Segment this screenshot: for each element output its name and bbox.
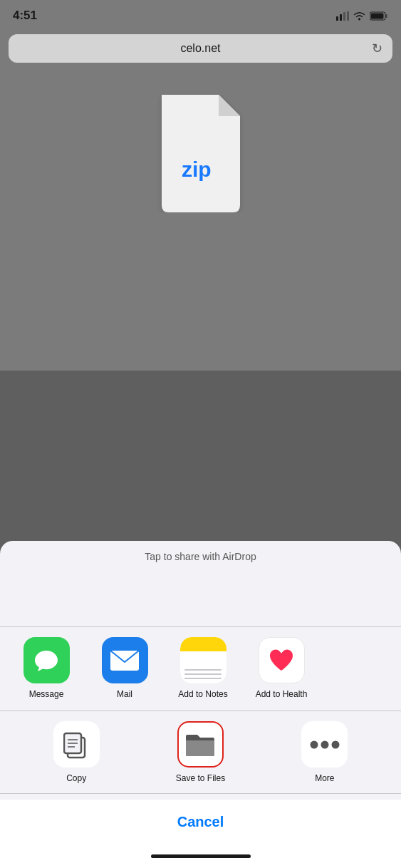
notes-label: Add to Notes (178, 689, 227, 701)
app-item-health[interactable]: Add to Health (242, 637, 321, 701)
status-time: 4:51 (13, 9, 37, 23)
save-to-files-icon (184, 732, 216, 758)
health-icon (259, 637, 305, 683)
airdrop-scroll-area[interactable] (0, 569, 401, 619)
save-to-files-icon-box (177, 721, 224, 768)
action-item-more[interactable]: More (263, 721, 387, 783)
svg-rect-7 (386, 14, 388, 18)
svg-rect-3 (347, 11, 349, 21)
reload-button[interactable]: ↻ (372, 41, 382, 56)
app-item-message[interactable]: Message (7, 637, 85, 701)
copy-icon (63, 730, 89, 759)
message-icon (24, 637, 70, 683)
more-label: More (315, 773, 334, 783)
more-icon-box (301, 721, 348, 768)
wifi-icon (353, 11, 365, 21)
mail-label: Mail (117, 689, 132, 701)
health-label: Add to Health (256, 689, 308, 701)
svg-point-15 (310, 740, 318, 748)
copy-label: Copy (66, 773, 86, 783)
app-item-mail[interactable]: Mail (85, 637, 164, 701)
save-to-files-label: Save to Files (176, 773, 225, 783)
signal-icon (336, 11, 349, 21)
svg-rect-0 (336, 16, 338, 21)
message-label: Message (29, 689, 64, 701)
status-bar: 4:51 (0, 0, 401, 31)
airdrop-section: Tap to share with AirDrop (0, 541, 401, 627)
app-row: Message Mail (0, 627, 401, 711)
action-item-save-to-files[interactable]: Save to Files (138, 721, 262, 783)
more-icon (309, 740, 340, 750)
status-icons (336, 11, 388, 21)
url-bar[interactable]: celo.net ↻ (9, 34, 392, 63)
zip-file-icon: zip (155, 95, 247, 212)
home-bar (151, 854, 251, 858)
cancel-label: Cancel (177, 814, 224, 830)
svg-point-17 (331, 740, 339, 748)
action-item-copy[interactable]: Copy (14, 721, 138, 783)
svg-point-4 (358, 18, 360, 20)
svg-point-16 (321, 740, 328, 748)
svg-text:zip: zip (182, 157, 212, 181)
copy-icon-box (53, 721, 100, 768)
mail-icon (102, 637, 148, 683)
battery-icon (370, 11, 388, 21)
notes-icon (180, 637, 226, 683)
zip-file-area: zip (144, 82, 258, 224)
url-text: celo.net (180, 42, 220, 55)
app-item-notes[interactable]: Add to Notes (164, 637, 242, 701)
airdrop-label: Tap to share with AirDrop (0, 551, 401, 562)
svg-rect-1 (340, 14, 342, 21)
home-indicator (0, 844, 401, 868)
svg-rect-2 (343, 12, 345, 21)
svg-rect-6 (371, 13, 384, 19)
share-sheet: Tap to share with AirDrop Message Mail (0, 541, 401, 868)
action-row: Copy Save to Files More (0, 711, 401, 794)
cancel-button[interactable]: Cancel (0, 800, 401, 844)
